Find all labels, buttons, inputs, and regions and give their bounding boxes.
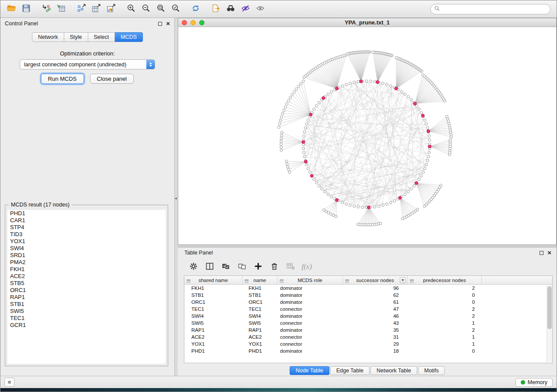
select-all-button[interactable] <box>220 261 232 273</box>
mcds-result-item[interactable]: PMA2 <box>7 259 166 266</box>
tab-network[interactable]: Network <box>32 32 64 42</box>
zoom-fit-button[interactable] <box>154 3 167 16</box>
export-document-button[interactable] <box>209 3 222 16</box>
table-body: FKH1FKH1dominator962STB1STB1dominator620… <box>184 285 552 354</box>
column-header-MCDS-role[interactable]: MCDS role <box>277 276 343 284</box>
mcds-result-item[interactable]: GCR1 <box>7 322 166 329</box>
column-header-name[interactable]: name <box>242 276 277 284</box>
table-cell: 47 <box>343 306 408 313</box>
mcds-result-item[interactable]: YOX1 <box>7 238 166 245</box>
hide-details-button[interactable] <box>239 3 252 16</box>
mcds-result-item[interactable]: ACE2 <box>7 273 166 280</box>
mcds-result-item[interactable]: CAR1 <box>7 217 166 224</box>
delete-column-button[interactable] <box>268 261 280 273</box>
tab-select[interactable]: Select <box>88 32 115 42</box>
mcds-result-item[interactable]: TID3 <box>7 231 166 238</box>
table-row[interactable]: SWI5SWI5connector431 <box>184 320 552 327</box>
mcds-result-item[interactable]: SWI5 <box>7 308 166 315</box>
table-cell: 31 <box>343 334 408 340</box>
collapse-panel-icon[interactable]: ◂ <box>175 196 177 200</box>
export-table-button[interactable] <box>90 3 103 16</box>
column-header-successor-nodes[interactable]: successor nodes <box>343 276 408 284</box>
tab-node-table[interactable]: Node Table <box>290 366 329 375</box>
mcds-result-item[interactable]: SRD1 <box>7 252 166 259</box>
mcds-result-item[interactable]: TEC1 <box>7 315 166 322</box>
network-graph[interactable] <box>178 28 556 244</box>
table-row[interactable]: TEC1TEC1connector472 <box>184 306 552 313</box>
mcds-result-item[interactable]: FKH1 <box>7 266 166 273</box>
table-row[interactable]: PHD1PHD1dominator180 <box>184 347 552 354</box>
import-table-button[interactable] <box>55 3 68 16</box>
export-network-icon <box>76 3 86 14</box>
network-canvas[interactable] <box>178 28 556 244</box>
table-header-row: shared namenameMCDS rolesuccessor nodesp… <box>184 276 552 285</box>
mcds-result-item[interactable]: ORC1 <box>7 287 166 294</box>
export-network-button[interactable] <box>75 3 88 16</box>
tab-style[interactable]: Style <box>64 32 88 42</box>
table-row[interactable]: SWI4SWI4dominator462 <box>184 313 552 320</box>
run-mcds-button[interactable]: Run MCDS <box>41 74 84 84</box>
import-network-button[interactable] <box>40 3 53 16</box>
mcds-result-group: MCDS result (17 nodes) PHD1CAR1STP4TID3Y… <box>5 205 168 366</box>
control-panel-header: Control Panel × <box>0 18 174 29</box>
panel-splitter[interactable]: ◂ <box>175 18 178 376</box>
mcds-result-item[interactable]: STB5 <box>7 280 166 287</box>
table-tabs: Node TableEdge TableNetwork TableMotifs <box>178 365 557 376</box>
find-button[interactable] <box>224 3 237 16</box>
mcds-result-list[interactable]: PHD1CAR1STP4TID3YOX1SWI4SRD1PMA2FKH1ACE2… <box>7 210 166 364</box>
optimization-criterion-select[interactable]: largest connected component (undirected) <box>20 59 155 69</box>
float-panel-icon[interactable] <box>158 22 162 26</box>
mcds-result-item[interactable]: STP4 <box>7 224 166 231</box>
mcds-result-item[interactable]: STB1 <box>7 301 166 308</box>
column-header-predecessor-nodes[interactable]: predecessor nodes <box>408 276 482 284</box>
function-builder-button[interactable]: f(x) <box>301 261 313 273</box>
zoom-out-button[interactable] <box>139 3 152 16</box>
column-header-shared-name[interactable]: shared name <box>184 276 242 284</box>
add-column-button[interactable] <box>252 261 264 273</box>
table-panel-title: Table Panel <box>184 250 213 256</box>
table-row[interactable]: FKH1FKH1dominator962 <box>184 285 552 292</box>
task-history-button[interactable]: ≡ <box>4 378 14 387</box>
float-table-panel-icon[interactable] <box>540 251 543 255</box>
show-columns-button[interactable] <box>204 261 216 273</box>
table-cell: connector <box>277 320 343 327</box>
refresh-button[interactable] <box>189 3 202 16</box>
mcds-result-item[interactable]: RAP1 <box>7 294 166 301</box>
save-button[interactable] <box>20 3 33 16</box>
table-cell: PHD1 <box>242 347 277 354</box>
search-icon <box>434 5 440 13</box>
table-scrollbar[interactable] <box>547 285 552 362</box>
table-row[interactable]: RAP1RAP1dominator352 <box>184 327 552 334</box>
close-panel-button[interactable]: Close panel <box>90 74 134 84</box>
scrollbar-thumb[interactable] <box>547 286 552 329</box>
table-cell: 43 <box>343 320 408 327</box>
zoom-selected-button[interactable] <box>169 3 182 16</box>
tab-edge-table[interactable]: Edge Table <box>330 366 370 375</box>
sort-dropdown-icon[interactable] <box>400 277 406 283</box>
table-settings-button[interactable] <box>187 261 200 273</box>
open-file-button[interactable] <box>5 3 18 16</box>
delete-table-icon <box>286 261 295 272</box>
table-row[interactable]: ACE2ACE2connector311 <box>184 334 552 340</box>
show-details-button[interactable] <box>254 3 267 16</box>
zoom-in-button[interactable] <box>125 3 138 16</box>
tab-mcds[interactable]: MCDS <box>115 32 143 42</box>
mcds-result-item[interactable]: SWI4 <box>7 245 166 252</box>
delete-table-button[interactable] <box>284 261 297 273</box>
close-panel-icon[interactable]: × <box>166 21 170 26</box>
columns-icon <box>205 261 214 272</box>
memory-button[interactable]: Memory <box>515 378 553 387</box>
table-row[interactable]: YOX1YOX1connector291 <box>184 340 552 347</box>
table-row[interactable]: STB1STB1dominator620 <box>184 292 552 299</box>
tab-motifs[interactable]: Motifs <box>418 366 445 375</box>
network-window-titlebar[interactable]: YPA_prune.txt_1 <box>178 18 556 27</box>
export-image-button[interactable] <box>104 3 118 16</box>
tab-network-table[interactable]: Network Table <box>370 366 417 375</box>
export-image-icon <box>106 3 116 14</box>
mcds-result-item[interactable]: PHD1 <box>7 210 166 217</box>
close-table-panel-icon[interactable]: × <box>547 251 551 255</box>
table-row[interactable]: ORC1ORC1dominator610 <box>184 299 552 306</box>
search-box[interactable] <box>430 4 550 14</box>
search-input[interactable] <box>442 6 547 12</box>
deselect-all-button[interactable] <box>236 261 248 273</box>
